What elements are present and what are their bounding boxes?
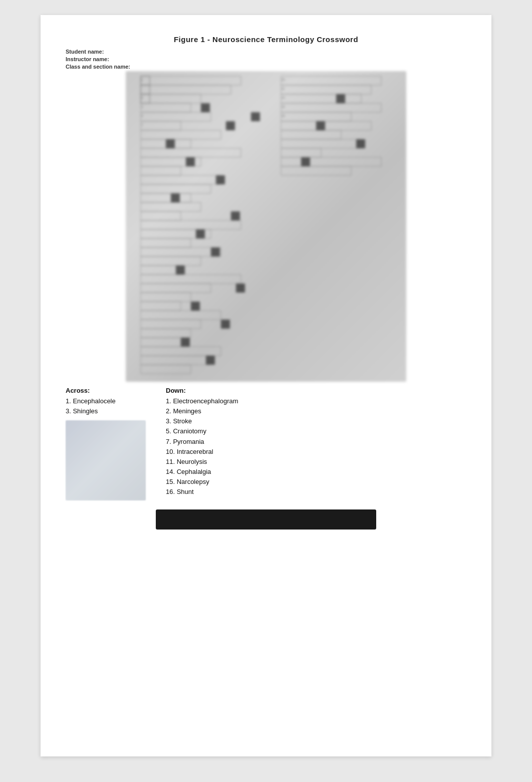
svg-rect-49 <box>201 103 210 112</box>
svg-text:11: 11 <box>282 87 285 90</box>
svg-rect-60 <box>236 284 245 293</box>
svg-rect-31 <box>141 311 221 320</box>
svg-rect-4 <box>141 85 150 94</box>
class-section-label: Class and section name: <box>66 64 466 70</box>
svg-rect-40 <box>281 94 361 103</box>
svg-rect-42 <box>281 112 351 121</box>
svg-rect-58 <box>211 247 220 256</box>
svg-rect-37 <box>141 365 191 374</box>
down-clue-item: 14. Cephalalgia <box>166 467 466 477</box>
svg-rect-25 <box>141 256 201 266</box>
svg-rect-48 <box>281 166 351 175</box>
down-clue-item: 5. Craniotomy <box>166 426 466 436</box>
page: Figure 1 - Neuroscience Terminology Cros… <box>41 15 491 756</box>
svg-rect-29 <box>141 293 191 302</box>
svg-rect-38 <box>281 76 381 85</box>
svg-rect-59 <box>176 266 185 275</box>
svg-rect-63 <box>181 338 190 347</box>
svg-rect-27 <box>141 275 241 284</box>
svg-rect-35 <box>141 347 221 356</box>
across-list: 1. Encephalocele3. Shingles <box>66 396 166 416</box>
svg-text:1: 1 <box>141 78 143 81</box>
svg-text:2: 2 <box>141 105 143 108</box>
svg-rect-34 <box>141 338 181 347</box>
svg-rect-23 <box>141 238 191 247</box>
svg-rect-67 <box>356 139 365 148</box>
svg-rect-68 <box>301 157 310 166</box>
svg-rect-13 <box>141 148 241 157</box>
svg-rect-8 <box>141 103 191 112</box>
svg-text:14: 14 <box>282 96 285 99</box>
svg-rect-15 <box>141 166 181 175</box>
svg-rect-61 <box>191 302 200 311</box>
svg-rect-43 <box>281 121 371 130</box>
down-clue-item: 15. Narcolepsy <box>166 477 466 487</box>
svg-rect-32 <box>141 320 201 329</box>
svg-rect-51 <box>166 139 175 148</box>
svg-rect-33 <box>141 329 191 338</box>
svg-rect-28 <box>141 284 211 293</box>
svg-text:7: 7 <box>141 123 143 126</box>
thumbnail-image <box>66 420 146 500</box>
svg-rect-3 <box>141 85 231 94</box>
svg-rect-0 <box>141 76 241 85</box>
svg-rect-44 <box>281 130 341 139</box>
black-bar <box>156 509 376 530</box>
svg-text:15: 15 <box>282 105 285 108</box>
down-clue-item: 10. Intracerebral <box>166 447 466 457</box>
svg-rect-47 <box>281 157 381 166</box>
svg-rect-17 <box>141 184 211 193</box>
svg-rect-36 <box>141 356 211 365</box>
student-name-label: Student name: <box>66 49 466 55</box>
down-clue-item: 16. Shunt <box>166 487 466 497</box>
svg-rect-16 <box>141 175 221 184</box>
svg-text:16: 16 <box>282 114 285 117</box>
svg-text:5: 5 <box>141 114 143 117</box>
svg-rect-65 <box>336 94 345 103</box>
clues-down: Down: 1. Electroencephalogram2. Meninges… <box>166 387 466 500</box>
svg-rect-20 <box>141 211 181 220</box>
instructor-name-label: Instructor name: <box>66 56 466 62</box>
svg-rect-26 <box>141 266 181 275</box>
down-clue-item: 7. Pyromania <box>166 437 466 447</box>
crossword-grid: 1 3 <box>126 71 406 382</box>
svg-text:3: 3 <box>141 96 143 99</box>
svg-rect-39 <box>281 85 371 94</box>
svg-rect-46 <box>281 148 321 157</box>
down-header: Down: <box>166 387 466 394</box>
svg-rect-54 <box>216 175 225 184</box>
svg-text:10: 10 <box>282 78 285 81</box>
svg-rect-41 <box>281 103 381 112</box>
page-title: Figure 1 - Neuroscience Terminology Cros… <box>66 35 466 44</box>
clues-section: Across: 1. Encephalocele3. Shingles Down… <box>66 387 466 500</box>
down-clue-item: 1. Electroencephalogram <box>166 396 466 406</box>
down-clue-item: 3. Stroke <box>166 416 466 426</box>
svg-rect-18 <box>141 193 191 202</box>
across-clue-item: 3. Shingles <box>66 406 166 416</box>
down-clue-item: 2. Meninges <box>166 406 466 416</box>
down-list: 1. Electroencephalogram2. Meninges3. Str… <box>166 396 466 497</box>
svg-rect-66 <box>316 121 325 130</box>
clues-across: Across: 1. Encephalocele3. Shingles <box>66 387 166 500</box>
svg-rect-45 <box>281 139 361 148</box>
svg-rect-10 <box>141 121 181 130</box>
svg-rect-62 <box>221 320 230 329</box>
svg-rect-55 <box>171 193 180 202</box>
crossword-image: 1 3 <box>126 71 406 382</box>
svg-rect-50 <box>226 121 235 130</box>
svg-rect-57 <box>196 229 205 238</box>
svg-rect-53 <box>186 157 195 166</box>
svg-rect-30 <box>141 302 181 311</box>
across-header: Across: <box>66 387 166 394</box>
svg-rect-21 <box>141 220 241 229</box>
svg-rect-11 <box>141 130 221 139</box>
svg-rect-64 <box>206 356 215 365</box>
across-clue-item: 1. Encephalocele <box>66 396 166 406</box>
svg-rect-9 <box>141 112 211 121</box>
svg-rect-19 <box>141 202 201 211</box>
svg-rect-52 <box>251 112 260 121</box>
svg-rect-56 <box>231 211 240 220</box>
down-clue-item: 11. Neurolysis <box>166 457 466 467</box>
svg-rect-24 <box>141 247 221 256</box>
